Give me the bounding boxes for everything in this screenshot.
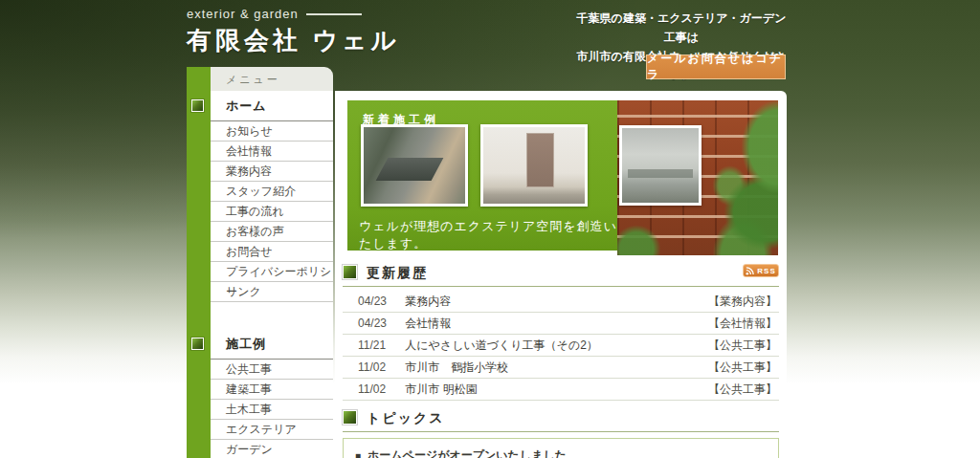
sidebar-item-construction[interactable]: 建築工事 (211, 380, 333, 400)
sidebar: メニュー ホーム お知らせ 会社情報 業務内容 スタッフ紹介 工事の流れ お客様… (187, 67, 333, 458)
update-row[interactable]: 11/02 市川市 鶴指小学校 【公共工事】 (343, 357, 779, 379)
green-square-icon (191, 338, 204, 350)
update-category: 【業務内容】 (708, 291, 777, 312)
topics-underline (343, 431, 779, 432)
tagline-dash-decoration (306, 13, 362, 15)
topics-section: トピックス ■ホームページがオープンいたしました (343, 408, 779, 458)
updates-header: 更新履歴 RSS (343, 263, 779, 284)
green-square-icon (191, 99, 204, 112)
sidebar-item-civil[interactable]: 土木工事 (211, 400, 333, 420)
update-title: 市川市 鶴指小学校 (405, 360, 508, 374)
update-row[interactable]: 04/23 業務内容 【業務内容】 (343, 291, 779, 313)
new-works-banner: 新着施工例 ウェルが理想のエクステリア空間を創造いたします。 (347, 100, 778, 255)
topics-item: ホームページがオープンいたしました (368, 448, 567, 458)
update-date: 11/21 (358, 335, 402, 356)
catch-line-1: 千葉県の建築・エクステリア・ガーデン工事は (574, 10, 789, 48)
updates-title: 更新履歴 (367, 265, 428, 280)
update-date: 04/23 (358, 291, 402, 312)
sidebar-item-works[interactable]: 施工例 (211, 329, 333, 360)
rss-label: RSS (757, 267, 775, 275)
update-title: 市川市 明松園 (405, 382, 477, 396)
menu-body: ホーム お知らせ 会社情報 業務内容 スタッフ紹介 工事の流れ お客様の声 お問… (211, 91, 333, 458)
sidebar-item-contact[interactable]: お問合せ (211, 242, 333, 262)
banner-caption: ウェルが理想のエクステリア空間を創造いたします。 (359, 218, 617, 252)
topics-title: トピックス (367, 410, 445, 425)
update-date: 04/23 (358, 313, 402, 334)
update-date: 11/02 (358, 379, 402, 400)
topics-box: ■ホームページがオープンいたしました (343, 438, 779, 458)
sidebar-home-label: ホーム (226, 98, 267, 113)
menu-gap (211, 302, 333, 329)
logo-tagline: exterior & garden (187, 7, 400, 21)
sidebar-item-flow[interactable]: 工事の流れ (211, 202, 333, 222)
menu-header: メニュー (211, 67, 333, 91)
rss-icon (746, 267, 754, 275)
sidebar-green-strip (187, 67, 211, 458)
updates-underline (343, 286, 779, 287)
update-date: 11/02 (358, 357, 402, 378)
update-row[interactable]: 04/23 会社情報 【会社情報】 (343, 313, 779, 335)
green-square-icon (343, 265, 357, 279)
update-category: 【公共工事】 (708, 379, 777, 400)
main-content: 新着施工例 ウェルが理想のエクステリア空間を創造いたします。 更新履歴 RSS (335, 91, 787, 458)
update-category: 【公共工事】 (708, 357, 777, 378)
site-title: 有限会社 ウェル (187, 24, 400, 57)
sidebar-item-privacy[interactable]: プライバシーポリシー (211, 262, 333, 282)
updates-list: 04/23 業務内容 【業務内容】 04/23 会社情報 【会社情報】 11/2… (343, 291, 779, 401)
update-category: 【会社情報】 (708, 313, 777, 334)
update-title: 会社情報 (405, 316, 451, 330)
sidebar-item-public-works[interactable]: 公共工事 (211, 360, 333, 380)
square-bullet-icon: ■ (355, 450, 361, 458)
mail-contact-button[interactable]: メールお問合せはコチラ (646, 55, 786, 79)
update-category: 【公共工事】 (708, 335, 777, 356)
update-row[interactable]: 11/21 人にやさしい道づくり工事（その2） 【公共工事】 (343, 335, 779, 357)
green-square-icon (343, 410, 357, 425)
sidebar-item-garden[interactable]: ガーデン (211, 440, 333, 458)
update-row[interactable]: 11/02 市川市 明松園 【公共工事】 (343, 379, 779, 401)
sidebar-item-company[interactable]: 会社情報 (211, 142, 333, 162)
update-title: 業務内容 (405, 294, 451, 308)
topics-header: トピックス (343, 408, 779, 429)
sidebar-item-links[interactable]: リンク (211, 282, 333, 302)
logo-tagline-text: exterior & garden (187, 7, 299, 21)
sidebar-item-services[interactable]: 業務内容 (211, 162, 333, 182)
sidebar-item-home[interactable]: ホーム (211, 91, 333, 121)
sidebar-item-staff[interactable]: スタッフ紹介 (211, 182, 333, 202)
street-paving-photo[interactable] (361, 124, 468, 207)
update-title: 人にやさしい道づくり工事（その2） (405, 338, 598, 352)
interior-hallway-photo[interactable] (480, 124, 588, 207)
sidebar-works-label: 施工例 (226, 337, 266, 351)
sidebar-item-voice[interactable]: お客様の声 (211, 222, 333, 242)
rss-button[interactable]: RSS (743, 264, 779, 277)
building-exterior-photo[interactable] (619, 125, 702, 206)
sidebar-item-exterior[interactable]: エクステリア (211, 420, 333, 440)
sidebar-item-news[interactable]: お知らせ (211, 121, 333, 142)
page: exterior & garden 有限会社 ウェル 千葉県の建築・エクステリア… (0, 0, 980, 458)
site-logo: exterior & garden 有限会社 ウェル (187, 7, 400, 57)
updates-section: 更新履歴 RSS 04/23 業務内容 【業務内容】 (343, 263, 779, 401)
